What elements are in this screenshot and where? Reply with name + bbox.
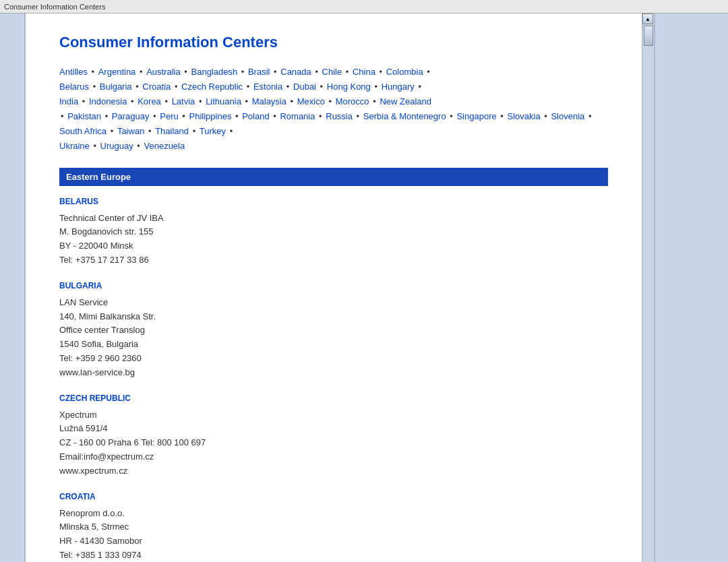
link-brasil[interactable]: Brasil	[248, 67, 270, 77]
sep: •	[425, 67, 430, 77]
sep: •	[108, 126, 116, 136]
link-czech-republic[interactable]: Czech Republic	[181, 82, 243, 92]
link-serbia[interactable]: Serbia & Montenegro	[363, 111, 446, 121]
link-morocco[interactable]: Morocco	[336, 96, 369, 106]
sep: •	[354, 111, 362, 121]
sep: •	[80, 96, 88, 106]
sep: •	[150, 111, 158, 121]
country-belarus-title: BELARUS	[59, 197, 608, 206]
content-area: Consumer Information Centers Antilles • …	[26, 13, 642, 562]
sep: •	[233, 111, 241, 121]
sep: •	[61, 111, 66, 121]
link-poland[interactable]: Poland	[242, 111, 269, 121]
sep: •	[91, 141, 99, 151]
scroll-up-arrow[interactable]: ▲	[642, 13, 653, 24]
link-croatia[interactable]: Croatia	[142, 82, 171, 92]
link-slovakia[interactable]: Slovakia	[507, 111, 540, 121]
link-colombia[interactable]: Colombia	[386, 67, 423, 77]
sep: •	[284, 82, 292, 92]
right-sidebar	[654, 13, 728, 562]
link-malaysia[interactable]: Malaysia	[252, 96, 286, 106]
sep: •	[146, 126, 154, 136]
link-uruguay[interactable]: Uruguay	[100, 141, 133, 151]
sep: •	[416, 82, 421, 92]
sep: •	[271, 111, 279, 121]
country-croatia-title: CROATIA	[59, 492, 608, 501]
link-venezuela[interactable]: Venezuela	[144, 141, 185, 151]
link-india[interactable]: India	[59, 96, 78, 106]
link-australia[interactable]: Australia	[146, 67, 181, 77]
link-antilles[interactable]: Antilles	[59, 67, 88, 77]
country-belarus-info: Technical Center of JV IBA M. Bogdanovic…	[59, 212, 608, 268]
link-slovenia[interactable]: Slovenia	[551, 111, 584, 121]
section-header: Eastern Europe	[59, 168, 608, 186]
sep: •	[135, 141, 143, 151]
link-newzealand[interactable]: New Zealand	[380, 96, 431, 106]
link-thailand[interactable]: Thailand	[155, 126, 189, 136]
sep: •	[137, 67, 145, 77]
country-czech-republic-title: CZECH REPUBLIC	[59, 394, 608, 403]
link-philippines[interactable]: Philippines	[189, 111, 232, 121]
link-romania[interactable]: Romania	[280, 111, 315, 121]
link-chile[interactable]: Chile	[322, 67, 342, 77]
link-lithuania[interactable]: Lithuania	[206, 96, 241, 106]
link-china[interactable]: China	[353, 67, 375, 77]
link-mexico[interactable]: Mexico	[297, 96, 325, 106]
sep: •	[317, 82, 326, 92]
link-ukraine[interactable]: Ukraine	[59, 141, 90, 151]
country-bulgaria-info: LAN Service 140, Mimi Balkanska Str. Off…	[59, 296, 608, 380]
sep: •	[102, 111, 111, 121]
sep: •	[448, 111, 456, 121]
sep: •	[190, 126, 198, 136]
scroll-track	[642, 24, 654, 562]
link-argentina[interactable]: Argentina	[98, 67, 136, 77]
link-latvia[interactable]: Latvia	[172, 96, 195, 106]
link-hongkong[interactable]: Hong Kong	[327, 82, 371, 92]
sep: •	[372, 82, 380, 92]
sep: •	[239, 67, 247, 77]
sep: •	[133, 82, 142, 92]
link-taiwan[interactable]: Taiwan	[117, 126, 144, 136]
sep: •	[180, 111, 188, 121]
sep: •	[326, 96, 334, 106]
link-canada[interactable]: Canada	[280, 67, 311, 77]
title-bar: Consumer Information Centers	[0, 0, 728, 13]
sep: •	[244, 82, 252, 92]
scrollbar[interactable]: ▲ ▼	[642, 13, 654, 562]
scroll-thumb[interactable]	[644, 26, 653, 46]
link-russia[interactable]: Russia	[326, 111, 353, 121]
link-korea[interactable]: Korea	[138, 96, 161, 106]
left-sidebar	[0, 13, 26, 562]
link-southafrica[interactable]: South Africa	[59, 126, 107, 136]
sep: •	[288, 96, 296, 106]
title-bar-text: Consumer Information Centers	[4, 3, 105, 11]
country-croatia-info: Renoprom d.o.o. Mlinska 5, Strmec HR - 4…	[59, 507, 608, 562]
sep: •	[542, 111, 550, 121]
country-croatia: CROATIA Renoprom d.o.o. Mlinska 5, Strme…	[59, 492, 608, 562]
sep: •	[498, 111, 506, 121]
sep: •	[90, 82, 98, 92]
sep: •	[128, 96, 136, 106]
link-belarus[interactable]: Belarus	[59, 82, 89, 92]
country-czech-republic-info: Xpectrum Lužná 591/4 CZ - 160 00 Praha 6…	[59, 408, 608, 478]
link-singapore[interactable]: Singapore	[456, 111, 496, 121]
link-turkey[interactable]: Turkey	[200, 126, 226, 136]
sep: •	[243, 96, 251, 106]
link-peru[interactable]: Peru	[160, 111, 178, 121]
link-pakistan[interactable]: Pakistan	[67, 111, 101, 121]
sep: •	[182, 67, 190, 77]
sep: •	[313, 67, 321, 77]
link-estonia[interactable]: Estonia	[253, 82, 282, 92]
link-hungary[interactable]: Hungary	[382, 82, 415, 92]
sep: •	[371, 96, 379, 106]
page-title: Consumer Information Centers	[59, 34, 608, 51]
link-bulgaria[interactable]: Bulgaria	[100, 82, 132, 92]
link-bangladesh[interactable]: Bangladesh	[191, 67, 238, 77]
link-paraguay[interactable]: Paraguay	[112, 111, 150, 121]
sep: •	[172, 82, 180, 92]
sep: •	[316, 111, 324, 121]
link-dubai[interactable]: Dubai	[293, 82, 316, 92]
sep: •	[196, 96, 204, 106]
link-indonesia[interactable]: Indonesia	[89, 96, 127, 106]
sep: •	[586, 111, 591, 121]
